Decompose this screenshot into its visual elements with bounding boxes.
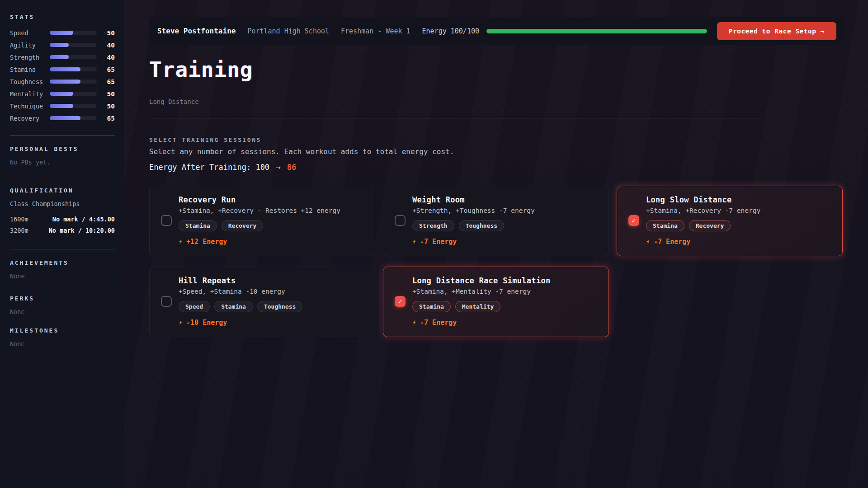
personal-bests-title: PERSONAL BESTS <box>10 145 115 152</box>
training-card-tags: SpeedStaminaToughness <box>179 301 365 312</box>
lightning-bolt-icon: ⚡ <box>646 238 650 246</box>
energy-bar-fill <box>486 29 707 33</box>
training-card[interactable]: ✓Weight Room+Strength, +Toughness -7 ene… <box>383 186 609 256</box>
stat-row: Recovery65 <box>10 112 115 124</box>
stat-bar-track <box>50 55 97 59</box>
stat-row: Speed50 <box>10 27 115 39</box>
stat-bar-track <box>50 43 97 47</box>
training-card-energy: ⚡+12 Energy <box>179 238 365 246</box>
qualification-event: 1600m <box>10 216 28 223</box>
stat-value: 50 <box>103 103 115 110</box>
qualification-event: 3200m <box>10 227 28 234</box>
stat-label: Toughness <box>10 78 50 85</box>
stat-bar-track <box>50 67 97 71</box>
stat-row: Stamina65 <box>10 63 115 75</box>
training-card-tags: StrengthToughness <box>412 220 599 231</box>
qualification-rows: 1600mNo mark / 4:45.003200mNo mark / 10:… <box>10 216 115 238</box>
session-checkbox[interactable]: ✓ <box>161 296 172 307</box>
stat-value: 40 <box>103 54 115 61</box>
training-card-description: +Stamina, +Recovery - Restores +12 energ… <box>179 207 365 214</box>
training-card-tags: StaminaRecovery <box>646 220 832 231</box>
sidebar-divider <box>10 249 115 249</box>
lightning-bolt-icon: ⚡ <box>412 238 416 246</box>
training-card-title: Long Slow Distance <box>646 195 832 204</box>
sidebar: STATS Speed50Agility40Strength40Stamina6… <box>0 0 124 488</box>
training-card-energy: ⚡-7 Energy <box>646 238 832 246</box>
training-card-energy: ⚡-10 Energy <box>179 319 365 327</box>
arrow-right-icon: → <box>274 163 282 172</box>
perks-title: PERKS <box>10 295 115 302</box>
sidebar-divider <box>10 177 115 177</box>
session-checkbox[interactable]: ✓ <box>395 215 406 226</box>
stat-value: 50 <box>103 29 115 37</box>
session-checkbox[interactable]: ✓ <box>628 215 639 226</box>
stat-bar-track <box>50 31 97 35</box>
training-card-energy: ⚡-7 Energy <box>412 319 599 327</box>
stats-section-title: STATS <box>10 14 115 20</box>
training-card-energy: ⚡-7 Energy <box>412 238 599 246</box>
training-card[interactable]: ✓Hill Repeats+Speed, +Stamina -10 energy… <box>149 267 375 337</box>
energy-after-prefix: Energy After Training: 100 <box>149 163 269 172</box>
player-topbar: Steve Postfontaine Portland High School … <box>149 17 843 45</box>
stat-bar-fill <box>50 116 80 120</box>
stat-bar-fill <box>50 31 73 35</box>
stat-bar-fill <box>50 43 69 47</box>
sidebar-divider <box>10 135 115 136</box>
milestones-empty: None <box>10 340 115 347</box>
achievements-title: ACHIEVEMENTS <box>10 259 115 266</box>
page-title: Training <box>149 57 843 82</box>
training-card-body: Long Distance Race Simulation+Stamina, +… <box>412 276 599 327</box>
training-card-body: Recovery Run+Stamina, +Recovery - Restor… <box>179 195 365 246</box>
lightning-bolt-icon: ⚡ <box>179 319 183 327</box>
stat-label: Strength <box>10 54 50 61</box>
training-card-title: Recovery Run <box>179 195 365 204</box>
stat-label: Stamina <box>10 66 50 73</box>
energy-cost-text: +12 Energy <box>186 238 227 246</box>
training-card-body: Weight Room+Strength, +Toughness -7 ener… <box>412 195 599 246</box>
stat-value: 65 <box>103 66 115 73</box>
energy-cost-text: -7 Energy <box>420 238 457 246</box>
stat-row: Mentality50 <box>10 88 115 100</box>
session-checkbox[interactable]: ✓ <box>395 296 406 307</box>
qualification-row: 3200mNo mark / 10:20.00 <box>10 227 115 238</box>
lightning-bolt-icon: ⚡ <box>412 319 416 327</box>
stat-bar-track <box>50 104 97 108</box>
stat-row: Strength40 <box>10 51 115 63</box>
training-card-tags: StaminaRecovery <box>179 220 365 231</box>
stat-bar-fill <box>50 55 69 59</box>
energy-after-value: 86 <box>287 163 296 172</box>
stat-bar-fill <box>50 104 73 108</box>
session-checkbox[interactable]: ✓ <box>161 215 172 226</box>
stat-tag: Mentality <box>455 301 500 312</box>
energy-label: Energy 100/100 <box>422 27 479 35</box>
stat-tag: Stamina <box>412 301 451 312</box>
stat-row: Agility40 <box>10 39 115 51</box>
training-card[interactable]: ✓Long Slow Distance+Stamina, +Recovery -… <box>617 186 843 256</box>
stat-tag: Stamina <box>179 220 217 231</box>
achievements-empty: None <box>10 272 115 280</box>
energy-bar-track <box>486 29 707 33</box>
stat-tag: Toughness <box>257 301 302 312</box>
training-card[interactable]: ✓Recovery Run+Stamina, +Recovery - Resto… <box>149 186 375 256</box>
personal-bests-empty: No PBs yet. <box>10 159 115 166</box>
player-school: Portland High School <box>247 27 329 35</box>
training-card-description: +Stamina, +Recovery -7 energy <box>646 207 832 214</box>
proceed-to-race-setup-button[interactable]: Proceed to Race Setup → <box>717 22 836 40</box>
training-card[interactable]: ✓Long Distance Race Simulation+Stamina, … <box>383 267 609 337</box>
stat-value: 40 <box>103 42 115 49</box>
lightning-bolt-icon: ⚡ <box>179 238 183 246</box>
training-card-description: +Strength, +Toughness -7 energy <box>412 207 599 214</box>
stat-bar-track <box>50 92 97 96</box>
qualification-meet: Class Championships <box>10 200 115 207</box>
stats-list: Speed50Agility40Strength40Stamina65Tough… <box>10 27 115 124</box>
stat-bar-track <box>50 116 97 120</box>
qualification-title: QUALIFICATION <box>10 187 115 194</box>
stat-tag: Strength <box>412 220 454 231</box>
stat-row: Technique50 <box>10 100 115 112</box>
checkmark-icon: ✓ <box>398 298 402 305</box>
energy-cost-text: -10 Energy <box>186 319 227 327</box>
stat-value: 50 <box>103 90 115 98</box>
stat-tag: Recovery <box>222 220 264 231</box>
training-card-body: Hill Repeats+Speed, +Stamina -10 energyS… <box>179 276 365 327</box>
training-card-title: Weight Room <box>412 195 599 204</box>
